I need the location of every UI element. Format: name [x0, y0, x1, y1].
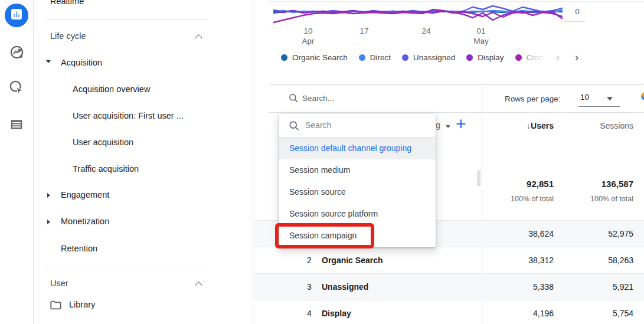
sidebar-item-user-acquisition-first-user[interactable]: User acquisition: First user ... — [73, 111, 184, 120]
dropdown-item-session-default-channel-grouping[interactable]: Session default channel grouping — [279, 138, 436, 159]
sidebar-item-monetization[interactable]: Monetization — [61, 217, 109, 226]
table-list-icon — [9, 117, 24, 135]
table-row: 2 Organic Search 38,312 58,263 — [254, 247, 644, 273]
rows-per-page-label: Rows per page: — [505, 94, 561, 103]
legend-item-unassigned: Unassigned — [402, 53, 455, 62]
collapsed-triangle-icon[interactable] — [47, 220, 50, 224]
x-axis-label: 24 — [413, 26, 439, 36]
sessions-line-chart — [273, 2, 563, 26]
sidebar-item-realtime[interactable]: Realtime — [50, 0, 84, 6]
legend-item-direct: Direct — [359, 53, 391, 62]
divider — [44, 19, 208, 19]
sessions-column-header[interactable]: Sessions — [554, 121, 633, 130]
bar-chart-icon — [9, 7, 24, 24]
users-total-note: 100% of total — [482, 195, 554, 203]
report-nav-sidebar: Realtime Life cycle Acquisition Acquisit… — [34, 0, 253, 324]
section-header-life-cycle[interactable]: Life cycle — [50, 31, 86, 41]
legend-dot-icon — [359, 54, 365, 61]
x-axis-label: 10Apr — [295, 26, 321, 46]
configure-nav-button[interactable] — [5, 114, 28, 138]
y-axis-zero-label: 0 — [570, 6, 584, 17]
sidebar-item-retention[interactable]: Retention — [61, 244, 97, 253]
explore-nav-button[interactable] — [5, 77, 28, 100]
sidebar-item-user-acquisition[interactable]: User acquisition — [73, 138, 133, 147]
x-axis-label: 17 — [351, 26, 377, 36]
dropdown-item-session-source-platform[interactable]: Session source platform — [279, 203, 436, 225]
search-icon — [288, 120, 300, 134]
sidebar-item-acquisition[interactable]: Acquisition — [61, 58, 102, 67]
x-axis-label: 01May — [468, 26, 494, 46]
select-underline — [578, 106, 620, 107]
divider — [269, 1, 644, 2]
sessions-total-note: 100% of total — [554, 195, 633, 203]
clipped-edge-glyph — [641, 92, 644, 102]
advertising-icon — [9, 44, 25, 63]
red-annotation-box — [275, 223, 374, 248]
sidebar-item-engagement[interactable]: Engagement — [61, 190, 109, 199]
sidebar-item-acquisition-overview[interactable]: Acquisition overview — [73, 84, 150, 94]
chevron-down-icon[interactable] — [607, 97, 613, 101]
library-pinned-bar: Library — [34, 289, 253, 324]
dropdown-item-session-medium[interactable]: Session medium — [279, 159, 436, 181]
explore-icon — [8, 79, 25, 98]
legend-dot-icon — [515, 54, 522, 61]
users-total: 92,851 — [482, 179, 554, 189]
y-axis-baseline — [564, 21, 585, 22]
table-row: 3 Unassigned 5,338 5,921 — [254, 273, 644, 300]
reports-nav-button[interactable] — [5, 4, 28, 27]
legend-item-display: Display — [466, 53, 504, 62]
nav-rail — [0, 0, 34, 324]
collapse-chevron-icon[interactable] — [195, 282, 202, 289]
chevron-down-icon[interactable] — [446, 125, 450, 128]
legend-dot-icon — [281, 54, 287, 61]
column-resize-handle[interactable] — [477, 170, 480, 186]
dropdown-search-input[interactable]: Search — [305, 120, 331, 130]
add-column-button[interactable]: + — [456, 114, 466, 134]
chart-legend: Organic Search Direct Unassigned Display… — [281, 53, 543, 62]
advertising-nav-button[interactable] — [5, 41, 28, 65]
divider — [269, 84, 644, 85]
collapse-chevron-icon[interactable] — [195, 34, 202, 42]
sessions-total: 136,587 — [554, 179, 633, 189]
legend-dot-icon — [466, 54, 473, 61]
sidebar-item-traffic-acquisition[interactable]: Traffic acquisition — [73, 164, 139, 174]
dimension-column-header-clipped[interactable]: g — [436, 120, 440, 130]
dropdown-item-session-source[interactable]: Session source — [279, 181, 436, 203]
rows-per-page-select[interactable]: 10 — [580, 93, 589, 102]
legend-next-arrow[interactable]: › — [575, 51, 578, 64]
expanded-triangle-icon[interactable] — [46, 60, 51, 63]
legend-dot-icon — [402, 54, 408, 61]
table-row: 4 Display 4,196 5,754 — [254, 300, 644, 324]
legend-prev-arrow[interactable]: ‹ — [556, 51, 560, 64]
folder-icon — [49, 299, 62, 313]
legend-fade-overlay — [527, 50, 556, 66]
table-search-input[interactable]: Search... — [302, 94, 334, 103]
dropdown-search-row: Search — [279, 114, 436, 138]
divider — [269, 112, 644, 113]
legend-item-organic-search: Organic Search — [281, 53, 348, 62]
search-icon — [288, 93, 299, 106]
collapsed-triangle-icon[interactable] — [47, 193, 50, 198]
divider — [44, 267, 208, 267]
users-column-header[interactable]: ↓Users — [482, 121, 554, 130]
section-header-user[interactable]: User — [50, 279, 68, 288]
sidebar-item-library[interactable]: Library — [69, 300, 95, 309]
